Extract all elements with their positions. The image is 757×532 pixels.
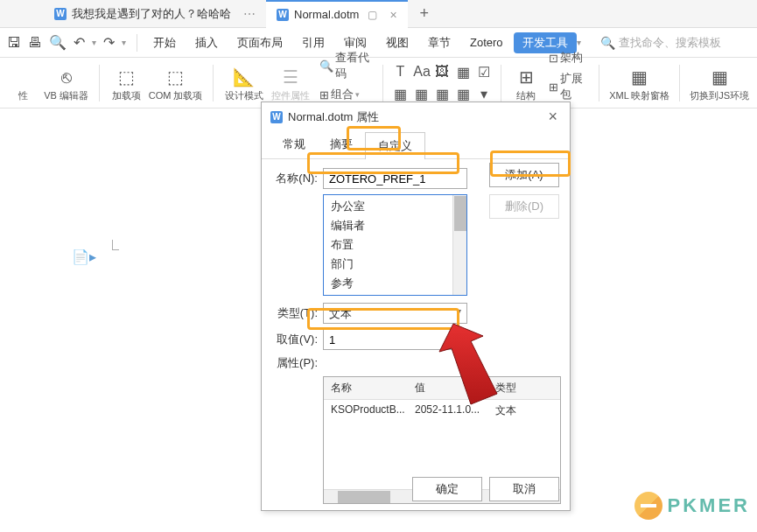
button-label: 加载项	[112, 89, 141, 102]
control-prop-button: ☰ 控件属性	[269, 65, 312, 104]
ribbon-tab-chapter[interactable]: 章节	[419, 30, 459, 56]
preview-icon[interactable]: 🔍	[49, 34, 67, 51]
name-input[interactable]	[323, 168, 467, 189]
dialog-titlebar[interactable]: W Normal.dotm 属性 ×	[262, 102, 570, 131]
repeating-icon[interactable]: ▦	[455, 86, 471, 102]
list-item[interactable]: 编辑者	[324, 216, 466, 235]
ruler-marks	[112, 240, 119, 250]
watermark: PKMER	[634, 492, 750, 520]
undo-icon[interactable]: ↶	[74, 34, 85, 51]
wps-icon: W	[54, 8, 67, 20]
tab-custom[interactable]: 自定义	[365, 132, 425, 159]
col-type[interactable]: 类型	[488, 377, 550, 399]
com-addin-button[interactable]: ⬚ COM 加载项	[147, 65, 204, 104]
tab-general[interactable]: 常规	[270, 131, 318, 158]
type-row: 类型(T): 文本 ▾	[272, 303, 559, 324]
quick-access-toolbar: 🖫 🖶 🔍 ↶ ▾ ↷ ▾	[7, 34, 130, 51]
list-item[interactable]: 参考	[324, 274, 466, 293]
search-placeholder: 查找命令、搜索模板	[619, 35, 721, 51]
properties-dialog: W Normal.dotm 属性 × 常规 摘要 自定义 名称(N): 办公室 …	[261, 102, 571, 511]
textbox-icon[interactable]: T	[392, 64, 408, 80]
dialog-side-buttons: 添加(A) 删除(D)	[489, 163, 559, 219]
chevron-down-icon[interactable]: ▾	[122, 38, 126, 47]
checkbox-icon[interactable]: ☑	[476, 64, 492, 80]
design-mode-button[interactable]: 📐 设计模式	[222, 65, 266, 104]
block-icon[interactable]: ▦	[455, 64, 471, 80]
tab-inactive[interactable]: W 我想我是遇到了对的人？哈哈哈 ⋯	[44, 0, 266, 28]
ribbon-search[interactable]: 🔍 查找命令、搜索模板	[600, 35, 721, 51]
maximize-icon[interactable]: ▢	[368, 9, 377, 21]
dropdown-icon[interactable]: ▦	[392, 86, 408, 102]
expand-pkg-button[interactable]: ⊞ 扩展包	[545, 69, 590, 104]
button-label: 组合	[331, 87, 354, 102]
scrollbar-thumb[interactable]	[454, 196, 466, 231]
table-row[interactable]: KSOProductB... 2052-11.1.0... 文本	[324, 400, 560, 422]
list-item[interactable]: 部门	[324, 255, 466, 274]
switch-js-button[interactable]: ▦ 切换到JS环境	[689, 65, 750, 104]
ok-button[interactable]: 确定	[412, 477, 482, 501]
chevron-down-icon: ▾	[457, 306, 461, 316]
richtext-icon[interactable]: Aa	[413, 64, 429, 80]
ribbon-tab-view[interactable]: 视图	[377, 30, 417, 56]
value-input[interactable]	[323, 329, 467, 350]
list-item[interactable]: 布置	[324, 235, 466, 255]
save-icon[interactable]: 🖫	[7, 35, 21, 51]
addin-button[interactable]: ⬚ 加载项	[109, 65, 144, 104]
type-select[interactable]: 文本 ▾	[323, 303, 467, 324]
date-icon[interactable]: ▦	[434, 86, 450, 102]
add-button[interactable]: 添加(A)	[489, 163, 559, 187]
add-tab-button[interactable]: +	[408, 4, 442, 23]
ribbon-tab-insert[interactable]: 插入	[186, 30, 227, 56]
button-label: 查看代码	[335, 50, 371, 81]
wps-icon: W	[270, 111, 283, 123]
redo-icon[interactable]: ↷	[103, 34, 115, 51]
select-value: 文本	[329, 307, 352, 320]
watermark-text: PKMER	[668, 494, 750, 517]
close-icon[interactable]: ⋯	[243, 7, 256, 21]
name-listbox[interactable]: 办公室 编辑者 布置 部门 参考 出版商	[323, 194, 467, 296]
type-label: 类型(T):	[272, 305, 318, 321]
button-label: 架构	[560, 50, 583, 66]
scrollbar-thumb[interactable]	[338, 491, 390, 503]
chevron-down-icon[interactable]: ▾	[92, 38, 96, 47]
chevron-down-icon[interactable]: ▾	[577, 38, 581, 47]
legacy-icon[interactable]: ▾	[476, 86, 492, 102]
group-icon: ⊞	[319, 88, 329, 102]
view-code-button[interactable]: 🔍 查看代码	[316, 48, 375, 83]
value-row: 取值(V):	[272, 329, 559, 350]
scrollbar[interactable]	[452, 195, 466, 295]
ribbon-tab-start[interactable]: 开始	[144, 30, 185, 56]
image-icon[interactable]: 🖼	[434, 64, 450, 80]
property-row: 属性(P):	[272, 355, 559, 371]
xml-map-button[interactable]: ▦ XML 映射窗格	[608, 65, 670, 104]
close-icon[interactable]: ×	[389, 8, 396, 22]
button-label: 性	[18, 89, 28, 102]
tab-summary[interactable]: 摘要	[318, 131, 365, 158]
close-icon[interactable]: ×	[544, 108, 561, 126]
dialog-footer: 确定 取消	[412, 477, 559, 501]
properties-button-cut[interactable]: 性	[7, 88, 39, 104]
structure-icon: ⊞	[519, 66, 534, 88]
package-icon: ⊞	[549, 80, 558, 94]
button-label: 结构	[516, 89, 536, 102]
document-tabs: W 我想我是遇到了对的人？哈哈哈 ⋯ W Normal.dotm ▢ × +	[0, 0, 757, 28]
print-icon[interactable]: 🖶	[28, 35, 42, 51]
list-item[interactable]: 出版商	[324, 293, 466, 296]
separator	[501, 65, 501, 102]
frame-button[interactable]: ⊡ 架构	[545, 48, 586, 67]
combo-icon[interactable]: ▦	[413, 86, 429, 102]
ribbon-tab-zotero[interactable]: Zotero	[461, 30, 512, 56]
ribbon-tab-layout[interactable]: 页面布局	[228, 30, 291, 56]
tab-active[interactable]: W Normal.dotm ▢ ×	[266, 0, 408, 28]
col-name[interactable]: 名称	[324, 377, 408, 399]
dialog-title: Normal.dotm 属性	[288, 109, 539, 125]
col-value[interactable]: 值	[408, 377, 488, 399]
separator	[137, 34, 137, 52]
list-item[interactable]: 办公室	[324, 197, 466, 216]
cancel-button[interactable]: 取消	[489, 477, 559, 501]
structure-button[interactable]: ⊞ 结构	[510, 65, 542, 104]
name-label: 名称(N):	[272, 171, 318, 186]
page-icon[interactable]: 📄▸	[72, 248, 96, 265]
wps-icon: W	[277, 9, 289, 21]
vb-editor-button[interactable]: ⎋ VB 编辑器	[42, 65, 90, 104]
